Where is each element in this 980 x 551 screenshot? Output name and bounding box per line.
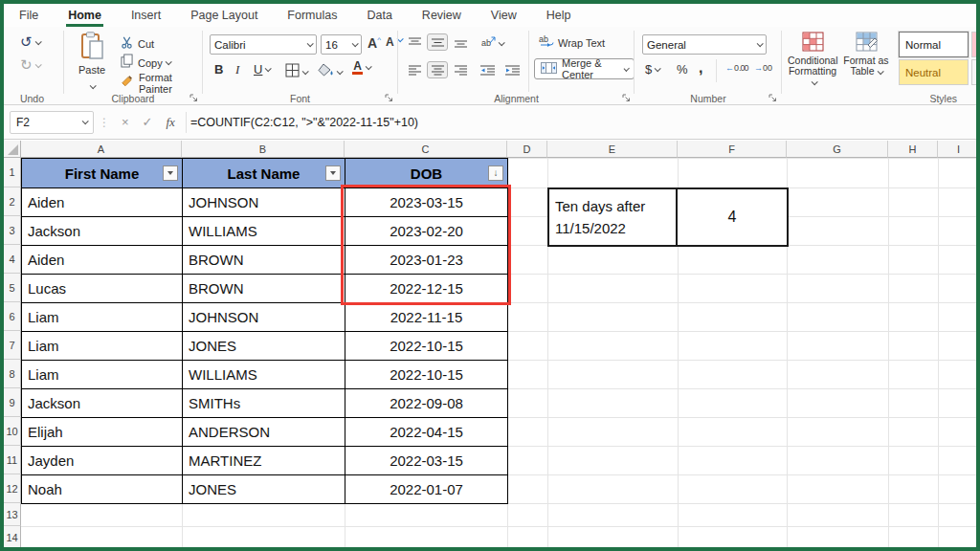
row-header-6[interactable]: 6 [4,302,21,331]
column-header-F[interactable]: F [678,141,787,158]
spreadsheet-grid: ABCDEFGHI1234567891011121314First NameLa… [0,0,980,551]
cell-A9[interactable]: Jackson [21,388,183,418]
gridline-horizontal [21,549,980,550]
cell-B8[interactable]: WILLIAMS [182,360,345,389]
cell-B9[interactable]: SMITHs [182,388,345,418]
cell-C7[interactable]: 2022-10-15 [345,331,508,361]
row-header-5[interactable]: 5 [4,274,21,302]
cell-B10[interactable]: ANDERSON [182,417,345,447]
cell-C8[interactable]: 2022-10-15 [345,360,508,389]
column-header-E[interactable]: E [547,141,678,158]
row-header-4[interactable]: 4 [4,245,21,274]
cell-F2-result[interactable]: 4 [678,189,787,245]
cell-B12[interactable]: JONES [182,474,345,504]
highlighted-range-c2-c5 [341,185,511,305]
column-header-I[interactable]: I [938,141,980,158]
row-header-11[interactable]: 11 [4,446,21,474]
cell-C10[interactable]: 2022-04-15 [345,417,508,447]
row-header-1[interactable]: 1 [4,158,21,187]
cell-C12[interactable]: 2022-01-07 [345,474,508,504]
row-header-8[interactable]: 8 [4,360,21,388]
cell-B3[interactable]: WILLIAMS [182,216,345,246]
cell-B6[interactable]: JOHNSON [182,302,345,332]
column-header-D[interactable]: D [507,141,547,158]
cell-A12[interactable]: Noah [21,474,183,504]
filter-button[interactable] [325,165,341,181]
column-header-H[interactable]: H [888,141,938,158]
cell-B7[interactable]: JONES [182,331,345,361]
column-header-C[interactable]: C [345,141,507,158]
cell-A10[interactable]: Elijah [21,417,183,447]
table-header-first-name[interactable]: First Name [21,158,183,188]
filter-sort-button-dob[interactable]: ↓ [488,165,503,181]
filter-button[interactable] [163,165,178,181]
row-header-13[interactable]: 13 [4,503,21,526]
cell-B11[interactable]: MARTINEZ [182,446,345,475]
row-header-3[interactable]: 3 [4,216,21,245]
table-header-last-name[interactable]: Last Name [182,158,345,188]
row-header-12[interactable]: 12 [4,474,21,503]
column-header-A[interactable]: A [21,141,182,158]
cell-B5[interactable]: BROWN [182,274,345,303]
cell-A5[interactable]: Lucas [21,274,183,303]
cell-C9[interactable]: 2022-09-08 [345,388,508,418]
cell-A7[interactable]: Liam [21,331,183,361]
column-header-G[interactable]: G [787,141,888,158]
row-header-14[interactable]: 14 [4,526,21,549]
annotation-line1: Ten days after [555,195,676,217]
cell-B2[interactable]: JOHNSON [182,187,345,217]
cell-A6[interactable]: Liam [21,302,183,332]
column-header-B[interactable]: B [182,141,345,158]
cell-A4[interactable]: Aiden [21,245,183,275]
annotation-line2: 11/15/2022 [555,217,676,239]
annotation-box: Ten days after11/15/20224 [547,187,789,247]
cell-A8[interactable]: Liam [21,360,183,389]
row-header-7[interactable]: 7 [4,331,21,360]
cell-A2[interactable]: Aiden [21,187,183,217]
gridline-horizontal [21,526,980,527]
cell-B4[interactable]: BROWN [182,245,345,275]
cell-A11[interactable]: Jayden [21,446,183,475]
cell-C11[interactable]: 2022-03-15 [345,446,508,475]
row-header-2[interactable]: 2 [4,187,21,216]
select-all-corner[interactable] [4,141,21,158]
cell-E2-label[interactable]: Ten days after11/15/2022 [549,189,678,245]
row-header-10[interactable]: 10 [4,417,21,446]
cell-C6[interactable]: 2022-11-15 [345,302,508,332]
row-header-9[interactable]: 9 [4,388,21,417]
excel-window: File Home Insert Page Layout Formulas Da… [0,0,980,551]
cell-A3[interactable]: Jackson [21,216,183,246]
